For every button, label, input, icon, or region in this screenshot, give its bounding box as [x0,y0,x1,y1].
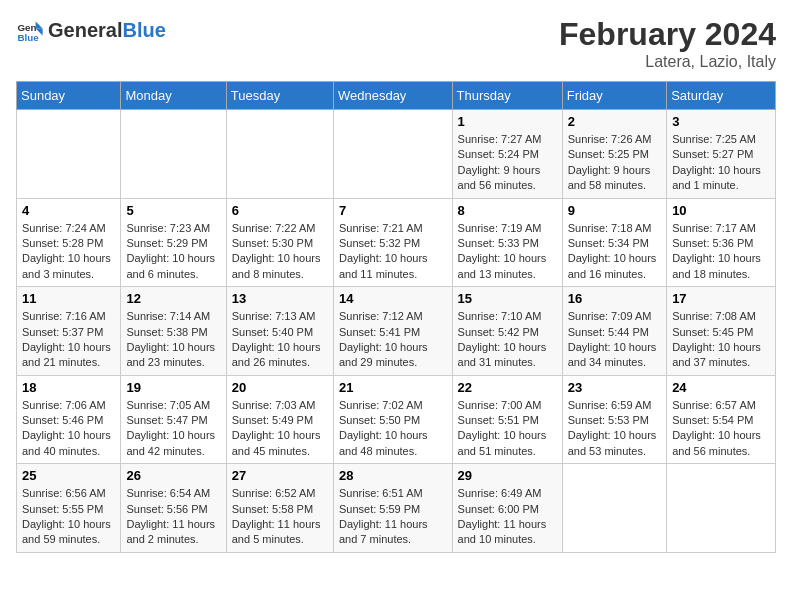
day-info: Sunrise: 7:09 AM Sunset: 5:44 PM Dayligh… [568,309,661,371]
day-number: 10 [672,203,770,218]
logo-general-text: GeneralBlue [48,19,166,42]
day-number: 16 [568,291,661,306]
calendar-cell [17,110,121,199]
calendar-cell: 7Sunrise: 7:21 AM Sunset: 5:32 PM Daylig… [333,198,452,287]
day-number: 18 [22,380,115,395]
day-number: 8 [458,203,557,218]
day-number: 28 [339,468,447,483]
calendar-cell: 6Sunrise: 7:22 AM Sunset: 5:30 PM Daylig… [226,198,333,287]
title-area: February 2024 Latera, Lazio, Italy [559,16,776,71]
week-row-3: 11Sunrise: 7:16 AM Sunset: 5:37 PM Dayli… [17,287,776,376]
calendar-cell [121,110,226,199]
calendar-cell: 2Sunrise: 7:26 AM Sunset: 5:25 PM Daylig… [562,110,666,199]
week-row-5: 25Sunrise: 6:56 AM Sunset: 5:55 PM Dayli… [17,464,776,553]
day-header-wednesday: Wednesday [333,82,452,110]
day-info: Sunrise: 7:17 AM Sunset: 5:36 PM Dayligh… [672,221,770,283]
day-info: Sunrise: 7:27 AM Sunset: 5:24 PM Dayligh… [458,132,557,194]
svg-marker-1 [36,22,43,29]
day-header-tuesday: Tuesday [226,82,333,110]
day-number: 4 [22,203,115,218]
day-number: 1 [458,114,557,129]
day-info: Sunrise: 6:54 AM Sunset: 5:56 PM Dayligh… [126,486,220,548]
day-info: Sunrise: 7:03 AM Sunset: 5:49 PM Dayligh… [232,398,328,460]
logo-icon: Gen Blue [16,16,44,44]
calendar-cell: 16Sunrise: 7:09 AM Sunset: 5:44 PM Dayli… [562,287,666,376]
day-number: 12 [126,291,220,306]
day-info: Sunrise: 6:51 AM Sunset: 5:59 PM Dayligh… [339,486,447,548]
day-info: Sunrise: 7:06 AM Sunset: 5:46 PM Dayligh… [22,398,115,460]
day-info: Sunrise: 7:13 AM Sunset: 5:40 PM Dayligh… [232,309,328,371]
calendar-cell: 28Sunrise: 6:51 AM Sunset: 5:59 PM Dayli… [333,464,452,553]
calendar-cell: 21Sunrise: 7:02 AM Sunset: 5:50 PM Dayli… [333,375,452,464]
day-info: Sunrise: 6:49 AM Sunset: 6:00 PM Dayligh… [458,486,557,548]
day-info: Sunrise: 7:21 AM Sunset: 5:32 PM Dayligh… [339,221,447,283]
day-header-monday: Monday [121,82,226,110]
day-info: Sunrise: 7:12 AM Sunset: 5:41 PM Dayligh… [339,309,447,371]
day-number: 14 [339,291,447,306]
day-number: 20 [232,380,328,395]
day-number: 5 [126,203,220,218]
day-number: 25 [22,468,115,483]
calendar-cell [333,110,452,199]
calendar-cell: 13Sunrise: 7:13 AM Sunset: 5:40 PM Dayli… [226,287,333,376]
day-number: 2 [568,114,661,129]
day-header-thursday: Thursday [452,82,562,110]
day-number: 13 [232,291,328,306]
calendar-cell: 9Sunrise: 7:18 AM Sunset: 5:34 PM Daylig… [562,198,666,287]
day-info: Sunrise: 7:08 AM Sunset: 5:45 PM Dayligh… [672,309,770,371]
calendar-cell: 25Sunrise: 6:56 AM Sunset: 5:55 PM Dayli… [17,464,121,553]
calendar-cell: 3Sunrise: 7:25 AM Sunset: 5:27 PM Daylig… [667,110,776,199]
calendar-cell: 20Sunrise: 7:03 AM Sunset: 5:49 PM Dayli… [226,375,333,464]
day-info: Sunrise: 7:02 AM Sunset: 5:50 PM Dayligh… [339,398,447,460]
day-number: 23 [568,380,661,395]
day-info: Sunrise: 6:56 AM Sunset: 5:55 PM Dayligh… [22,486,115,548]
day-number: 7 [339,203,447,218]
day-info: Sunrise: 7:23 AM Sunset: 5:29 PM Dayligh… [126,221,220,283]
day-header-friday: Friday [562,82,666,110]
day-number: 6 [232,203,328,218]
day-number: 29 [458,468,557,483]
day-info: Sunrise: 7:05 AM Sunset: 5:47 PM Dayligh… [126,398,220,460]
day-info: Sunrise: 7:22 AM Sunset: 5:30 PM Dayligh… [232,221,328,283]
week-row-4: 18Sunrise: 7:06 AM Sunset: 5:46 PM Dayli… [17,375,776,464]
calendar-cell: 10Sunrise: 7:17 AM Sunset: 5:36 PM Dayli… [667,198,776,287]
day-info: Sunrise: 7:00 AM Sunset: 5:51 PM Dayligh… [458,398,557,460]
calendar-cell: 22Sunrise: 7:00 AM Sunset: 5:51 PM Dayli… [452,375,562,464]
calendar-table: SundayMondayTuesdayWednesdayThursdayFrid… [16,81,776,553]
svg-text:Blue: Blue [17,32,39,43]
day-info: Sunrise: 7:26 AM Sunset: 5:25 PM Dayligh… [568,132,661,194]
calendar-cell [562,464,666,553]
day-info: Sunrise: 7:10 AM Sunset: 5:42 PM Dayligh… [458,309,557,371]
day-info: Sunrise: 7:24 AM Sunset: 5:28 PM Dayligh… [22,221,115,283]
header-area: Gen Blue GeneralBlue February 2024 Later… [16,16,776,71]
day-number: 9 [568,203,661,218]
calendar-cell: 8Sunrise: 7:19 AM Sunset: 5:33 PM Daylig… [452,198,562,287]
day-number: 27 [232,468,328,483]
day-info: Sunrise: 7:18 AM Sunset: 5:34 PM Dayligh… [568,221,661,283]
calendar-cell: 23Sunrise: 6:59 AM Sunset: 5:53 PM Dayli… [562,375,666,464]
week-row-1: 1Sunrise: 7:27 AM Sunset: 5:24 PM Daylig… [17,110,776,199]
day-number: 3 [672,114,770,129]
logo: Gen Blue GeneralBlue [16,16,166,44]
week-row-2: 4Sunrise: 7:24 AM Sunset: 5:28 PM Daylig… [17,198,776,287]
calendar-cell: 24Sunrise: 6:57 AM Sunset: 5:54 PM Dayli… [667,375,776,464]
calendar-cell: 26Sunrise: 6:54 AM Sunset: 5:56 PM Dayli… [121,464,226,553]
calendar-cell: 15Sunrise: 7:10 AM Sunset: 5:42 PM Dayli… [452,287,562,376]
day-info: Sunrise: 6:52 AM Sunset: 5:58 PM Dayligh… [232,486,328,548]
day-number: 21 [339,380,447,395]
main-title: February 2024 [559,16,776,53]
day-info: Sunrise: 7:19 AM Sunset: 5:33 PM Dayligh… [458,221,557,283]
calendar-cell: 4Sunrise: 7:24 AM Sunset: 5:28 PM Daylig… [17,198,121,287]
day-number: 15 [458,291,557,306]
calendar-cell: 11Sunrise: 7:16 AM Sunset: 5:37 PM Dayli… [17,287,121,376]
day-number: 19 [126,380,220,395]
header-row: SundayMondayTuesdayWednesdayThursdayFrid… [17,82,776,110]
day-number: 17 [672,291,770,306]
calendar-cell [667,464,776,553]
calendar-cell: 29Sunrise: 6:49 AM Sunset: 6:00 PM Dayli… [452,464,562,553]
calendar-cell: 19Sunrise: 7:05 AM Sunset: 5:47 PM Dayli… [121,375,226,464]
calendar-cell [226,110,333,199]
calendar-cell: 12Sunrise: 7:14 AM Sunset: 5:38 PM Dayli… [121,287,226,376]
day-info: Sunrise: 7:14 AM Sunset: 5:38 PM Dayligh… [126,309,220,371]
calendar-cell: 17Sunrise: 7:08 AM Sunset: 5:45 PM Dayli… [667,287,776,376]
